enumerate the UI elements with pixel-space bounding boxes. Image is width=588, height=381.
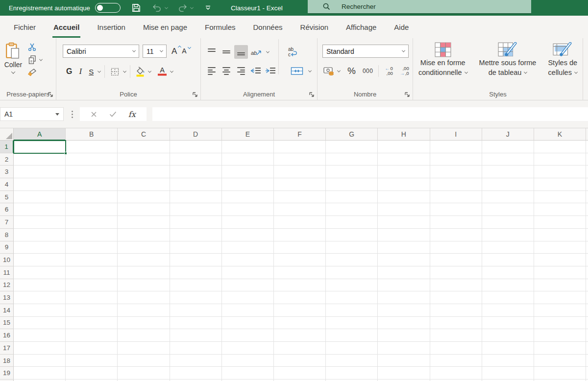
cell-A18[interactable] — [14, 355, 66, 367]
select-all-button[interactable] — [0, 128, 14, 141]
row-header-2[interactable]: 2 — [0, 153, 14, 166]
column-header-D[interactable]: D — [170, 128, 222, 141]
cell-A1[interactable] — [14, 141, 66, 153]
cell-E4[interactable] — [222, 178, 274, 191]
cell-G10[interactable] — [326, 254, 378, 266]
cell-C9[interactable] — [118, 241, 170, 254]
align-center-button[interactable] — [220, 64, 233, 78]
cell-I1[interactable] — [430, 141, 482, 153]
cell-F16[interactable] — [274, 329, 326, 342]
font-dialog-launcher[interactable] — [192, 92, 198, 97]
grow-font-button[interactable]: A — [172, 47, 177, 56]
cell-J11[interactable] — [482, 266, 534, 279]
cell-K3[interactable] — [534, 166, 586, 178]
align-top-button[interactable] — [205, 45, 219, 59]
redo-button[interactable] — [174, 0, 196, 16]
cell-F10[interactable] — [274, 254, 326, 266]
cell-E8[interactable] — [222, 229, 274, 241]
cell-E13[interactable] — [222, 291, 274, 304]
accounting-format-button[interactable] — [322, 65, 336, 77]
cell-A10[interactable] — [14, 254, 66, 266]
cell-A11[interactable] — [14, 266, 66, 279]
column-header-I[interactable]: I — [430, 128, 482, 141]
cell-B11[interactable] — [66, 266, 118, 279]
cell-A16[interactable] — [14, 329, 66, 342]
cell-H8[interactable] — [378, 229, 430, 241]
accounting-dropdown-icon[interactable] — [337, 69, 341, 72]
cell-I2[interactable] — [430, 153, 482, 166]
cell-G16[interactable] — [326, 329, 378, 342]
cell-J12[interactable] — [482, 279, 534, 292]
autosave-toggle[interactable] — [95, 3, 121, 13]
cell-J16[interactable] — [482, 329, 534, 342]
enter-icon[interactable] — [109, 111, 117, 117]
cell-G7[interactable] — [326, 216, 378, 229]
cell-B4[interactable] — [66, 178, 118, 191]
cell-K11[interactable] — [534, 266, 586, 279]
row-header-8[interactable]: 8 — [0, 229, 14, 241]
cell-K8[interactable] — [534, 229, 586, 241]
cell-B6[interactable] — [66, 203, 118, 216]
cell-A13[interactable] — [14, 291, 66, 304]
merge-dropdown-icon[interactable] — [308, 69, 312, 72]
cell-G11[interactable] — [326, 266, 378, 279]
cell-E18[interactable] — [222, 355, 274, 367]
cell-B15[interactable] — [66, 317, 118, 330]
cell-G1[interactable] — [326, 141, 378, 153]
cell-H15[interactable] — [378, 317, 430, 330]
cell-B9[interactable] — [66, 241, 118, 254]
orientation-button[interactable]: ab — [249, 45, 264, 59]
underline-dropdown-icon[interactable] — [98, 69, 101, 72]
column-header-J[interactable]: J — [482, 128, 534, 141]
cell-D16[interactable] — [170, 329, 222, 342]
cell-D14[interactable] — [170, 304, 222, 317]
cell-K2[interactable] — [534, 153, 586, 166]
cell-G18[interactable] — [326, 355, 378, 367]
font-color-button[interactable]: A — [158, 67, 167, 76]
tab-formules[interactable]: Formules — [196, 16, 245, 38]
cell-K19[interactable] — [534, 367, 586, 380]
cell-I14[interactable] — [430, 304, 482, 317]
cell-K9[interactable] — [534, 241, 586, 254]
format-painter-button[interactable] — [27, 68, 42, 78]
cell-A7[interactable] — [14, 216, 66, 229]
fill-color-dropdown-icon[interactable] — [148, 69, 151, 72]
cell-E2[interactable] — [222, 153, 274, 166]
cell-J3[interactable] — [482, 166, 534, 178]
cell-A8[interactable] — [14, 229, 66, 241]
italic-button[interactable]: I — [75, 67, 85, 76]
cancel-icon[interactable] — [91, 111, 97, 118]
align-middle-button[interactable] — [220, 45, 233, 59]
cell-H12[interactable] — [378, 279, 430, 292]
cell-B8[interactable] — [66, 229, 118, 241]
cell-C14[interactable] — [118, 304, 170, 317]
cell-C1[interactable] — [118, 141, 170, 153]
undo-button[interactable] — [149, 0, 171, 16]
cell-I5[interactable] — [430, 191, 482, 204]
redo-dropdown-icon[interactable] — [190, 5, 194, 9]
cell-E6[interactable] — [222, 203, 274, 216]
cell-E10[interactable] — [222, 254, 274, 266]
cell-K5[interactable] — [534, 191, 586, 204]
cell-B3[interactable] — [66, 166, 118, 178]
cell-styles-button[interactable]: Styles de cellules — [546, 41, 579, 89]
cell-C10[interactable] — [118, 254, 170, 266]
cell-I6[interactable] — [430, 203, 482, 216]
cell-G3[interactable] — [326, 166, 378, 178]
cell-B7[interactable] — [66, 216, 118, 229]
number-dialog-launcher[interactable] — [404, 92, 410, 97]
cell-E16[interactable] — [222, 329, 274, 342]
cell-G6[interactable] — [326, 203, 378, 216]
cell-F14[interactable] — [274, 304, 326, 317]
cell-D8[interactable] — [170, 229, 222, 241]
cell-D2[interactable] — [170, 153, 222, 166]
formula-bar-resizer[interactable] — [72, 111, 73, 118]
cell-B14[interactable] — [66, 304, 118, 317]
cell-E7[interactable] — [222, 216, 274, 229]
row-header-5[interactable]: 5 — [0, 191, 14, 204]
cell-F1[interactable] — [274, 141, 326, 153]
name-box-dropdown-icon[interactable] — [55, 113, 59, 116]
cell-F19[interactable] — [274, 367, 326, 380]
cell-D17[interactable] — [170, 342, 222, 355]
copy-button[interactable] — [27, 55, 42, 65]
